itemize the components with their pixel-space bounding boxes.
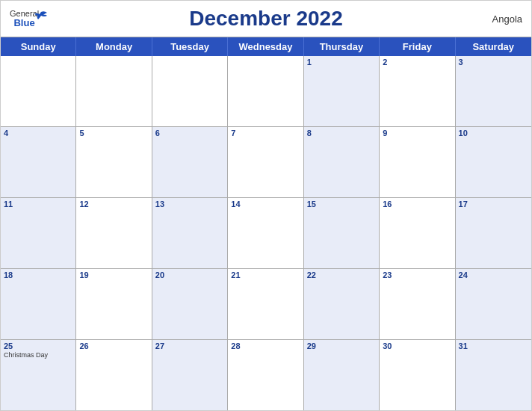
calendar: General Blue December 2022 Angola Sunday… [0,0,532,411]
day-cell: 21 [228,269,303,339]
day-number: 21 [231,271,300,279]
day-number: 13 [155,200,224,208]
day-number: 23 [383,271,451,279]
day-number: 28 [231,342,300,350]
header-monday: Monday [76,37,152,56]
day-cell: 24 [456,269,531,339]
day-number: 26 [79,342,148,350]
day-number: 12 [79,200,148,208]
day-cell: 22 [304,269,380,339]
day-cell: 0 [1,56,76,126]
header-tuesday: Tuesday [152,37,228,56]
day-cell: 20 [152,269,228,339]
week-row-5: 25Christmas Day262728293031 [1,339,531,410]
day-cell: 1 [304,56,380,126]
day-cell: 3 [456,56,531,126]
day-number: 29 [307,342,376,350]
day-headers: Sunday Monday Tuesday Wednesday Thursday… [1,37,531,56]
day-number: 3 [459,58,528,67]
header-saturday: Saturday [456,37,531,56]
weeks-container: 0000123456789101112131415161718192021222… [1,56,531,410]
header-sunday: Sunday [1,37,76,56]
country-label: Angola [492,13,522,25]
day-cell: 25Christmas Day [1,340,76,410]
day-cell: 4 [1,127,76,197]
day-number: 20 [155,271,224,279]
month-title: December 2022 [189,7,342,31]
day-cell: 0 [152,56,228,126]
day-cell: 19 [76,269,152,339]
day-cell: 0 [76,56,152,126]
day-cell: 17 [456,198,531,268]
day-number: 15 [307,200,376,208]
day-number: 14 [231,200,300,208]
day-cell: 28 [228,340,303,410]
day-cell: 6 [152,127,228,197]
day-number: 11 [4,200,72,208]
day-cell: 27 [152,340,228,410]
day-cell: 31 [456,340,531,410]
day-number: 9 [383,129,451,137]
week-row-3: 11121314151617 [1,197,531,268]
week-row-2: 45678910 [1,126,531,197]
day-number: 10 [459,129,528,137]
week-row-1: 0000123 [1,56,531,126]
calendar-grid: Sunday Monday Tuesday Wednesday Thursday… [1,37,531,410]
day-cell: 10 [456,127,531,197]
day-number: 2 [383,58,451,67]
day-cell: 5 [76,127,152,197]
day-cell: 12 [76,198,152,268]
day-cell: 2 [380,56,455,126]
day-number: 25 [4,342,72,350]
day-number: 1 [307,58,376,67]
day-number: 7 [231,129,300,137]
day-cell: 0 [228,56,303,126]
day-number: 4 [4,129,72,137]
calendar-header: General Blue December 2022 Angola [1,1,531,37]
day-cell: 18 [1,269,76,339]
day-cell: 8 [304,127,380,197]
day-cell: 7 [228,127,303,197]
logo: General Blue [10,10,39,28]
day-number: 19 [79,271,148,279]
header-friday: Friday [380,37,455,56]
day-cell: 14 [228,198,303,268]
header-thursday: Thursday [304,37,380,56]
day-cell: 29 [304,340,380,410]
day-cell: 11 [1,198,76,268]
logo-bird-icon [34,10,49,24]
day-cell: 30 [380,340,455,410]
day-cell: 23 [380,269,455,339]
day-number: 18 [4,271,72,279]
day-number: 16 [383,200,451,208]
day-cell: 16 [380,198,455,268]
day-cell: 9 [380,127,455,197]
day-number: 22 [307,271,376,279]
day-number: 8 [307,129,376,137]
day-number: 30 [383,342,451,350]
holiday-label: Christmas Day [4,351,72,359]
day-number: 17 [459,200,528,208]
day-number: 31 [459,342,528,350]
week-row-4: 18192021222324 [1,268,531,339]
day-number: 5 [79,129,148,137]
day-number: 27 [155,342,224,350]
day-number: 6 [155,129,224,137]
day-cell: 13 [152,198,228,268]
logo-blue: Blue [13,18,34,28]
header-wednesday: Wednesday [228,37,303,56]
day-cell: 15 [304,198,380,268]
day-number: 24 [459,271,528,279]
day-cell: 26 [76,340,152,410]
